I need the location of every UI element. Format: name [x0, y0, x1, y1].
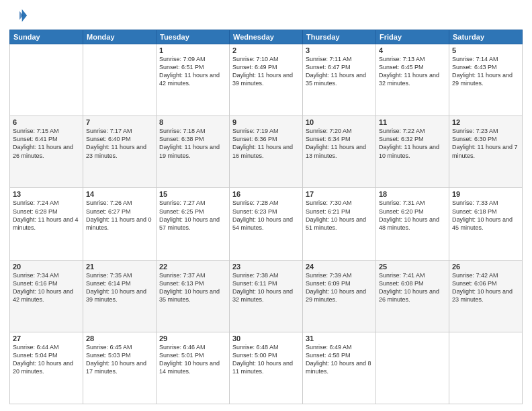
calendar-cell: 2Sunrise: 7:10 AM Sunset: 6:49 PM Daylig… [230, 44, 303, 116]
day-info: Sunrise: 7:41 AM Sunset: 6:08 PM Dayligh… [379, 271, 446, 304]
day-info: Sunrise: 6:44 AM Sunset: 5:04 PM Dayligh… [13, 343, 80, 376]
day-of-week-header: Friday [376, 30, 449, 44]
day-info: Sunrise: 7:31 AM Sunset: 6:20 PM Dayligh… [379, 199, 446, 232]
calendar-cell: 24Sunrise: 7:39 AM Sunset: 6:09 PM Dayli… [303, 260, 376, 332]
day-of-week-header: Thursday [303, 30, 376, 44]
calendar-cell: 26Sunrise: 7:42 AM Sunset: 6:06 PM Dayli… [449, 260, 523, 332]
day-number: 15 [159, 190, 226, 198]
calendar-cell: 27Sunrise: 6:44 AM Sunset: 5:04 PM Dayli… [10, 332, 83, 404]
day-number: 4 [379, 46, 446, 54]
day-number: 14 [86, 190, 153, 198]
calendar-week-row: 6Sunrise: 7:15 AM Sunset: 6:41 PM Daylig… [10, 116, 523, 188]
day-number: 6 [13, 118, 80, 126]
calendar-week-row: 27Sunrise: 6:44 AM Sunset: 5:04 PM Dayli… [10, 332, 523, 404]
day-of-week-header: Monday [83, 30, 157, 44]
calendar-cell: 23Sunrise: 7:38 AM Sunset: 6:11 PM Dayli… [230, 260, 303, 332]
calendar-cell [83, 44, 157, 116]
calendar-cell: 15Sunrise: 7:27 AM Sunset: 6:25 PM Dayli… [157, 188, 230, 260]
calendar-cell: 5Sunrise: 7:14 AM Sunset: 6:43 PM Daylig… [449, 44, 523, 116]
day-info: Sunrise: 7:37 AM Sunset: 6:13 PM Dayligh… [159, 271, 226, 304]
calendar-cell: 1Sunrise: 7:09 AM Sunset: 6:51 PM Daylig… [157, 44, 230, 116]
day-info: Sunrise: 7:13 AM Sunset: 6:45 PM Dayligh… [379, 55, 446, 88]
day-number: 17 [306, 190, 373, 198]
day-info: Sunrise: 6:46 AM Sunset: 5:01 PM Dayligh… [159, 343, 226, 376]
calendar-cell: 22Sunrise: 7:37 AM Sunset: 6:13 PM Dayli… [157, 260, 230, 332]
calendar-cell: 18Sunrise: 7:31 AM Sunset: 6:20 PM Dayli… [376, 188, 449, 260]
calendar-week-row: 20Sunrise: 7:34 AM Sunset: 6:16 PM Dayli… [10, 260, 523, 332]
calendar-week-row: 1Sunrise: 7:09 AM Sunset: 6:51 PM Daylig… [10, 44, 523, 116]
calendar-cell: 7Sunrise: 7:17 AM Sunset: 6:40 PM Daylig… [83, 116, 157, 188]
calendar-cell: 12Sunrise: 7:23 AM Sunset: 6:30 PM Dayli… [449, 116, 523, 188]
day-number: 9 [232, 118, 300, 126]
day-info: Sunrise: 7:11 AM Sunset: 6:47 PM Dayligh… [306, 55, 373, 88]
day-number: 19 [452, 190, 519, 198]
day-info: Sunrise: 7:38 AM Sunset: 6:11 PM Dayligh… [232, 271, 300, 304]
day-info: Sunrise: 6:49 AM Sunset: 4:58 PM Dayligh… [306, 343, 373, 376]
calendar-cell: 16Sunrise: 7:28 AM Sunset: 6:23 PM Dayli… [230, 188, 303, 260]
day-number: 10 [306, 118, 373, 126]
day-number: 20 [13, 263, 80, 271]
day-info: Sunrise: 7:09 AM Sunset: 6:51 PM Dayligh… [159, 55, 226, 88]
day-of-week-header: Wednesday [230, 30, 303, 44]
day-info: Sunrise: 7:26 AM Sunset: 6:27 PM Dayligh… [86, 199, 153, 232]
day-number: 30 [232, 334, 300, 342]
calendar-cell: 29Sunrise: 6:46 AM Sunset: 5:01 PM Dayli… [157, 332, 230, 404]
day-number: 29 [159, 334, 226, 342]
calendar-cell [449, 332, 523, 404]
calendar-cell: 19Sunrise: 7:33 AM Sunset: 6:18 PM Dayli… [449, 188, 523, 260]
day-number: 25 [379, 263, 446, 271]
day-number: 31 [306, 334, 373, 342]
calendar-cell: 9Sunrise: 7:19 AM Sunset: 6:36 PM Daylig… [230, 116, 303, 188]
day-info: Sunrise: 7:30 AM Sunset: 6:21 PM Dayligh… [306, 199, 373, 232]
day-number: 1 [159, 46, 226, 54]
day-of-week-header: Sunday [10, 30, 83, 44]
day-info: Sunrise: 7:34 AM Sunset: 6:16 PM Dayligh… [13, 271, 80, 304]
calendar-cell [10, 44, 83, 116]
day-info: Sunrise: 7:27 AM Sunset: 6:25 PM Dayligh… [159, 199, 226, 232]
day-info: Sunrise: 7:19 AM Sunset: 6:36 PM Dayligh… [232, 127, 300, 160]
day-info: Sunrise: 7:39 AM Sunset: 6:09 PM Dayligh… [306, 271, 373, 304]
logo [9, 7, 30, 26]
calendar-cell: 14Sunrise: 7:26 AM Sunset: 6:27 PM Dayli… [83, 188, 157, 260]
day-number: 18 [379, 190, 446, 198]
day-info: Sunrise: 7:24 AM Sunset: 6:28 PM Dayligh… [13, 199, 80, 232]
day-info: Sunrise: 7:10 AM Sunset: 6:49 PM Dayligh… [232, 55, 300, 88]
day-number: 21 [86, 263, 153, 271]
day-info: Sunrise: 7:18 AM Sunset: 6:38 PM Dayligh… [159, 127, 226, 160]
day-number: 7 [86, 118, 153, 126]
day-number: 22 [159, 263, 226, 271]
calendar-cell: 30Sunrise: 6:48 AM Sunset: 5:00 PM Dayli… [230, 332, 303, 404]
calendar-cell: 13Sunrise: 7:24 AM Sunset: 6:28 PM Dayli… [10, 188, 83, 260]
day-info: Sunrise: 7:28 AM Sunset: 6:23 PM Dayligh… [232, 199, 300, 232]
calendar-cell: 17Sunrise: 7:30 AM Sunset: 6:21 PM Dayli… [303, 188, 376, 260]
calendar-cell [376, 332, 449, 404]
day-of-week-header: Saturday [449, 30, 523, 44]
header [9, 7, 523, 26]
day-info: Sunrise: 7:23 AM Sunset: 6:30 PM Dayligh… [452, 127, 519, 160]
day-number: 13 [13, 190, 80, 198]
calendar-cell: 20Sunrise: 7:34 AM Sunset: 6:16 PM Dayli… [10, 260, 83, 332]
day-number: 28 [86, 334, 153, 342]
calendar-cell: 31Sunrise: 6:49 AM Sunset: 4:58 PM Dayli… [303, 332, 376, 404]
calendar-week-row: 13Sunrise: 7:24 AM Sunset: 6:28 PM Dayli… [10, 188, 523, 260]
calendar-cell: 3Sunrise: 7:11 AM Sunset: 6:47 PM Daylig… [303, 44, 376, 116]
day-info: Sunrise: 6:45 AM Sunset: 5:03 PM Dayligh… [86, 343, 153, 376]
day-number: 3 [306, 46, 373, 54]
calendar-table: SundayMondayTuesdayWednesdayThursdayFrid… [9, 30, 523, 404]
day-number: 23 [232, 263, 300, 271]
day-info: Sunrise: 7:42 AM Sunset: 6:06 PM Dayligh… [452, 271, 519, 304]
day-number: 5 [452, 46, 519, 54]
day-info: Sunrise: 7:15 AM Sunset: 6:41 PM Dayligh… [13, 127, 80, 160]
page: SundayMondayTuesdayWednesdayThursdayFrid… [0, 0, 532, 411]
day-info: Sunrise: 7:14 AM Sunset: 6:43 PM Dayligh… [452, 55, 519, 88]
day-info: Sunrise: 7:20 AM Sunset: 6:34 PM Dayligh… [306, 127, 373, 160]
day-of-week-header: Tuesday [157, 30, 230, 44]
day-number: 12 [452, 118, 519, 126]
calendar-cell: 28Sunrise: 6:45 AM Sunset: 5:03 PM Dayli… [83, 332, 157, 404]
day-number: 2 [232, 46, 300, 54]
day-number: 24 [306, 263, 373, 271]
logo-icon [9, 7, 28, 26]
day-info: Sunrise: 7:22 AM Sunset: 6:32 PM Dayligh… [379, 127, 446, 160]
day-info: Sunrise: 6:48 AM Sunset: 5:00 PM Dayligh… [232, 343, 300, 376]
calendar-cell: 4Sunrise: 7:13 AM Sunset: 6:45 PM Daylig… [376, 44, 449, 116]
